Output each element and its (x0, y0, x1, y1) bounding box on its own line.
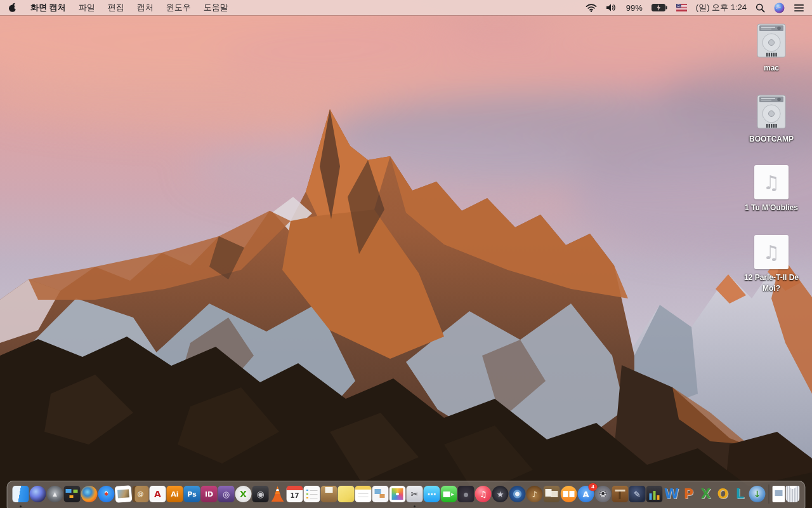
dock-app-store-icon[interactable]: A4 (578, 486, 594, 502)
app-store-glyph: A (582, 490, 589, 498)
dock-photos-icon[interactable] (390, 486, 406, 502)
dock-calendar-icon[interactable]: 17 (287, 486, 303, 502)
siri-icon[interactable] (774, 3, 785, 13)
menu-bar-clock[interactable]: (일) 오후 1:24 (696, 2, 747, 13)
menu-help[interactable]: 도움말 (204, 2, 228, 13)
outlook-glyph: O (717, 488, 729, 501)
hard-drive-icon (754, 94, 789, 131)
dock-powerpoint-icon[interactable]: P (681, 486, 697, 502)
itunes-glyph: ♫ (480, 490, 487, 498)
dock-system-preferences-icon[interactable]: ☀ (595, 486, 612, 502)
lync-glyph: L (736, 488, 744, 501)
garageband-glyph: ♪ (532, 490, 537, 498)
dock-pages-icon[interactable]: ✎ (629, 486, 646, 502)
contacts-glyph: @ (138, 491, 144, 497)
photoshop-glyph: Ps (187, 491, 196, 498)
dock-toast-icon[interactable]: ◎ (218, 486, 235, 502)
dock-photo-viewer-icon[interactable] (115, 485, 133, 503)
hard-drive-icon (754, 23, 789, 60)
dock-lync-icon[interactable]: L (732, 486, 749, 502)
imovie-glyph: ★ (497, 490, 504, 498)
indesign-glyph: ID (205, 491, 213, 498)
dock-safari-icon[interactable]: ◆ (98, 486, 115, 502)
audio-file-icon: ♫ (754, 235, 789, 269)
dock-indesign-icon[interactable]: ID (201, 486, 218, 502)
dock-messages-icon[interactable]: ⋯ (424, 486, 440, 502)
dock-acrobat-reader-icon[interactable]: A (150, 486, 166, 502)
notification-center-icon[interactable] (794, 4, 804, 12)
dock-contacts-icon[interactable]: @ (133, 486, 149, 502)
dock-preview-icon[interactable] (372, 486, 389, 502)
menu-window[interactable]: 윈도우 (166, 2, 191, 13)
music-note-icon: ♫ (763, 241, 780, 264)
menu-capture[interactable]: 캡처 (137, 2, 154, 13)
menu-edit[interactable]: 편집 (108, 2, 124, 13)
dock-document-file-icon[interactable] (773, 486, 785, 502)
dock-vlc-icon[interactable] (270, 486, 286, 502)
dock-stickies-icon[interactable] (338, 486, 355, 502)
dock-keynote-icon[interactable] (612, 486, 629, 502)
dock-disk-utility-app-icon[interactable]: ◉ (252, 486, 269, 502)
menu-items: 파일편집캡처윈도우도움말 (79, 2, 228, 13)
desktop-icon-label: 1 Tu M'Oublies (745, 203, 798, 213)
dock-excel-icon[interactable]: X (698, 486, 714, 502)
dock-facetime-icon[interactable]: ▸ (441, 486, 457, 502)
illustrator-glyph: Ai (171, 491, 178, 498)
wifi-icon[interactable] (586, 3, 597, 12)
dock-photoshop-icon[interactable]: Ps (184, 486, 200, 502)
dock-dvd-app-icon[interactable] (509, 486, 526, 502)
dock-itunes-icon[interactable]: ♫ (475, 486, 492, 502)
calendar-glyph: 17 (291, 493, 299, 499)
battery-charging-icon[interactable] (652, 4, 667, 11)
dock-green-x-app-icon[interactable]: X (235, 486, 252, 502)
dock-garageband-icon[interactable]: ♪ (527, 486, 543, 502)
dock-photo-booth-icon[interactable] (458, 486, 475, 502)
menu-bar: 화면 캡처 파일편집캡처윈도우도움말 99% (일) 오후 1:24 (0, 0, 812, 15)
disk-utility-app-glyph: ◉ (256, 490, 264, 498)
dock-ibooks-icon[interactable] (561, 486, 577, 502)
dock-illustrator-icon[interactable]: Ai (167, 486, 183, 502)
dock-outlook-icon[interactable]: O (715, 486, 731, 502)
dock-archive-box-app-icon[interactable] (321, 486, 337, 502)
desktop-icon-label: BOOTCAMP (749, 134, 794, 145)
dock-launchpad-icon[interactable]: ▲ (47, 486, 63, 502)
dock-scrapbook-app-icon[interactable] (544, 486, 560, 502)
spotlight-search-icon[interactable] (756, 3, 765, 13)
apple-menu-icon[interactable] (8, 2, 18, 13)
dock-reminders-icon[interactable] (304, 486, 320, 502)
facetime-glyph: ▸ (451, 491, 454, 497)
desktop-icon-bootcamp[interactable]: BOOTCAMP (738, 94, 804, 145)
dock-mission-control-icon[interactable] (64, 486, 81, 502)
acrobat-reader-glyph: A (154, 490, 161, 498)
dock-trash-icon[interactable] (786, 486, 800, 502)
dock-downloader-app-icon[interactable]: ↓ (749, 486, 766, 502)
launchpad-glyph: ▲ (53, 491, 57, 497)
us-flag-input-source-icon[interactable] (676, 4, 687, 11)
desktop-icon-audio-2[interactable]: ♫ 12 Parle-T-Il De Moi? (738, 235, 804, 294)
pages-glyph: ✎ (634, 490, 641, 498)
dock-word-icon[interactable]: W (664, 486, 680, 502)
screen-capture-grab-glyph: ✂ (411, 490, 419, 498)
dock-finder-icon[interactable] (13, 486, 29, 502)
word-glyph: W (664, 488, 679, 501)
dock-divider (769, 485, 769, 504)
battery-percent: 99% (626, 3, 643, 13)
dock-notes-icon[interactable] (355, 486, 372, 502)
dock-imovie-icon[interactable]: ★ (492, 486, 509, 502)
audio-file-icon: ♫ (754, 165, 789, 199)
green-x-app-glyph: X (240, 490, 247, 498)
menu-file[interactable]: 파일 (79, 2, 95, 13)
screen-capture-grab-running-indicator (414, 505, 416, 507)
desktop-wallpaper (0, 0, 812, 508)
toast-glyph: ◎ (223, 490, 230, 498)
dock-numbers-icon[interactable] (646, 486, 663, 502)
desktop-icon-audio-1[interactable]: ♫ 1 Tu M'Oublies (738, 165, 804, 213)
dock-screen-capture-grab-icon[interactable]: ✂ (407, 486, 423, 502)
volume-icon[interactable] (606, 3, 617, 12)
dock-firefox-icon[interactable] (81, 486, 98, 502)
dock-siri-icon[interactable] (30, 486, 46, 502)
active-app-name[interactable]: 화면 캡처 (30, 2, 66, 13)
desktop-icon-mac[interactable]: mac (738, 23, 804, 74)
excel-glyph: X (700, 488, 710, 501)
downloader-app-glyph: ↓ (754, 490, 761, 498)
